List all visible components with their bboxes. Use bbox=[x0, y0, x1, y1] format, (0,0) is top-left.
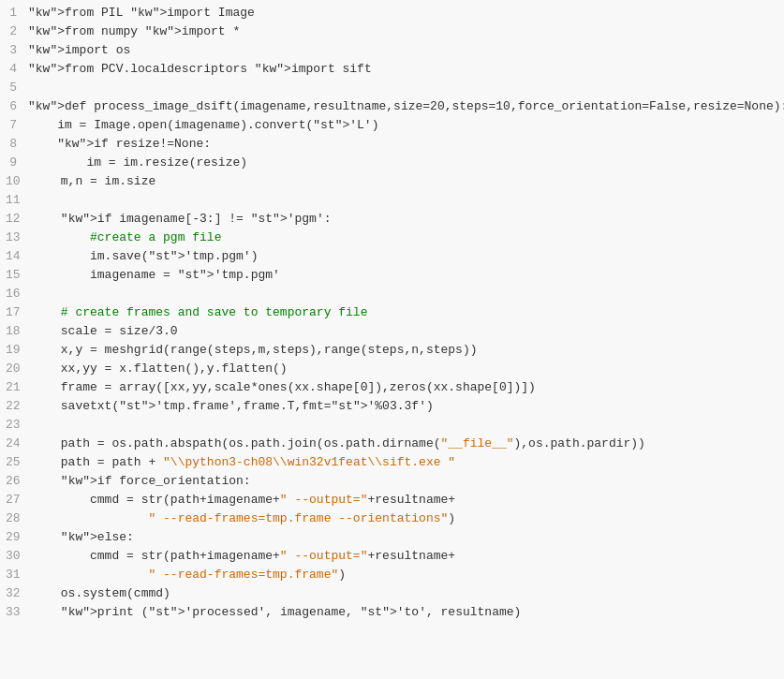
line-content: "kw">if force_orientation: bbox=[32, 472, 784, 491]
code-line: 6"kw">def process_image_dsift(imagename,… bbox=[0, 97, 784, 116]
code-line: 24 path = os.path.abspath(os.path.join(o… bbox=[0, 435, 784, 453]
code-line: 31 " --read-frames=tmp.frame") bbox=[0, 566, 784, 584]
line-content: "kw">from PCV.localdescriptors "kw">impo… bbox=[28, 60, 784, 79]
line-content: "kw">print ("st">'processed', imagename,… bbox=[32, 603, 784, 622]
line-number: 7 bbox=[0, 116, 28, 135]
line-content: "kw">if imagename[-3:] != "st">'pgm': bbox=[32, 210, 784, 229]
code-line: 3"kw">import os bbox=[0, 41, 784, 60]
code-line: 27 cmmd = str(path+imagename+" --output=… bbox=[0, 491, 784, 509]
code-line: 33 "kw">print ("st">'processed', imagena… bbox=[0, 603, 784, 622]
code-line: 11 bbox=[0, 191, 784, 210]
line-content: imagename = "st">'tmp.pgm' bbox=[32, 266, 784, 285]
line-number: 33 bbox=[0, 603, 32, 622]
code-line: 9 im = im.resize(resize) bbox=[0, 154, 784, 172]
line-content: path = path + "\\python3-ch08\\win32v1fe… bbox=[32, 453, 784, 472]
line-content: cmmd = str(path+imagename+" --output="+r… bbox=[32, 491, 784, 509]
line-number: 1 bbox=[0, 4, 28, 22]
code-line: 26 "kw">if force_orientation: bbox=[0, 472, 784, 491]
line-number: 3 bbox=[0, 41, 28, 60]
line-number: 13 bbox=[0, 229, 32, 247]
line-content: scale = size/3.0 bbox=[32, 322, 784, 341]
line-content bbox=[32, 285, 784, 303]
line-content: x,y = meshgrid(range(steps,m,steps),rang… bbox=[32, 341, 784, 360]
code-line: 28 " --read-frames=tmp.frame --orientati… bbox=[0, 509, 784, 528]
line-content bbox=[32, 191, 784, 210]
line-content: cmmd = str(path+imagename+" --output="+r… bbox=[32, 547, 784, 566]
line-content: im = Image.open(imagename).convert("st">… bbox=[28, 116, 784, 135]
line-number: 10 bbox=[0, 172, 32, 191]
line-number: 12 bbox=[0, 210, 32, 229]
line-number: 24 bbox=[0, 435, 32, 453]
line-number: 28 bbox=[0, 509, 32, 528]
line-number: 5 bbox=[0, 79, 28, 97]
line-content: " --read-frames=tmp.frame --orientations… bbox=[32, 509, 784, 528]
code-line: 5 bbox=[0, 79, 784, 97]
code-line: 18 scale = size/3.0 bbox=[0, 322, 784, 341]
line-content: im.save("st">'tmp.pgm') bbox=[32, 247, 784, 266]
code-line: 16 bbox=[0, 285, 784, 303]
line-content: "kw">else: bbox=[32, 528, 784, 547]
line-content: " --read-frames=tmp.frame") bbox=[32, 566, 784, 584]
line-number: 17 bbox=[0, 303, 32, 322]
code-line: 7 im = Image.open(imagename).convert("st… bbox=[0, 116, 784, 135]
line-number: 19 bbox=[0, 341, 32, 360]
line-number: 26 bbox=[0, 472, 32, 491]
code-line: 30 cmmd = str(path+imagename+" --output=… bbox=[0, 547, 784, 566]
code-line: 15 imagename = "st">'tmp.pgm' bbox=[0, 266, 784, 285]
line-number: 20 bbox=[0, 360, 32, 378]
line-content bbox=[32, 416, 784, 435]
code-line: 13 #create a pgm file bbox=[0, 229, 784, 247]
code-line: 8 "kw">if resize!=None: bbox=[0, 135, 784, 154]
code-line: 21 frame = array([xx,yy,scale*ones(xx.sh… bbox=[0, 378, 784, 397]
line-number: 16 bbox=[0, 285, 32, 303]
line-content: im = im.resize(resize) bbox=[28, 154, 784, 172]
line-number: 18 bbox=[0, 322, 32, 341]
line-content: savetxt("st">'tmp.frame',frame.T,fmt="st… bbox=[32, 397, 784, 416]
code-line: 23 bbox=[0, 416, 784, 435]
code-editor: 1"kw">from PIL "kw">import Image2"kw">fr… bbox=[0, 0, 784, 679]
line-content: "kw">from PIL "kw">import Image bbox=[28, 4, 784, 22]
line-content: "kw">from numpy "kw">import * bbox=[28, 22, 784, 41]
line-number: 11 bbox=[0, 191, 32, 210]
line-content: #create a pgm file bbox=[32, 229, 784, 247]
line-number: 21 bbox=[0, 378, 32, 397]
line-number: 9 bbox=[0, 154, 28, 172]
code-line: 29 "kw">else: bbox=[0, 528, 784, 547]
line-content: frame = array([xx,yy,scale*ones(xx.shape… bbox=[32, 378, 784, 397]
line-content: xx,yy = x.flatten(),y.flatten() bbox=[32, 360, 784, 378]
code-line: 10 m,n = im.size bbox=[0, 172, 784, 191]
line-number: 4 bbox=[0, 60, 28, 79]
line-content bbox=[28, 79, 784, 97]
code-line: 22 savetxt("st">'tmp.frame',frame.T,fmt=… bbox=[0, 397, 784, 416]
line-content: "kw">if resize!=None: bbox=[28, 135, 784, 154]
line-content: os.system(cmmd) bbox=[32, 584, 784, 603]
code-line: 19 x,y = meshgrid(range(steps,m,steps),r… bbox=[0, 341, 784, 360]
line-number: 14 bbox=[0, 247, 32, 266]
line-content: "kw">import os bbox=[28, 41, 784, 60]
line-number: 30 bbox=[0, 547, 32, 566]
code-line: 32 os.system(cmmd) bbox=[0, 584, 784, 603]
code-line: 17 # create frames and save to temporary… bbox=[0, 303, 784, 322]
line-content: # create frames and save to temporary fi… bbox=[32, 303, 784, 322]
line-number: 23 bbox=[0, 416, 32, 435]
line-number: 8 bbox=[0, 135, 28, 154]
line-number: 32 bbox=[0, 584, 32, 603]
line-number: 22 bbox=[0, 397, 32, 416]
line-content: "kw">def process_image_dsift(imagename,r… bbox=[28, 97, 784, 116]
line-number: 25 bbox=[0, 453, 32, 472]
line-number: 31 bbox=[0, 566, 32, 584]
code-line: 1"kw">from PIL "kw">import Image bbox=[0, 4, 784, 22]
line-number: 6 bbox=[0, 97, 28, 116]
code-line: 12 "kw">if imagename[-3:] != "st">'pgm': bbox=[0, 210, 784, 229]
code-line: 25 path = path + "\\python3-ch08\\win32v… bbox=[0, 453, 784, 472]
code-line: 4"kw">from PCV.localdescriptors "kw">imp… bbox=[0, 60, 784, 79]
line-number: 15 bbox=[0, 266, 32, 285]
line-number: 29 bbox=[0, 528, 32, 547]
line-content: path = os.path.abspath(os.path.join(os.p… bbox=[32, 435, 784, 453]
code-line: 2"kw">from numpy "kw">import * bbox=[0, 22, 784, 41]
line-number: 27 bbox=[0, 491, 32, 509]
line-number: 2 bbox=[0, 22, 28, 41]
code-line: 20 xx,yy = x.flatten(),y.flatten() bbox=[0, 360, 784, 378]
code-line: 14 im.save("st">'tmp.pgm') bbox=[0, 247, 784, 266]
line-content: m,n = im.size bbox=[32, 172, 784, 191]
